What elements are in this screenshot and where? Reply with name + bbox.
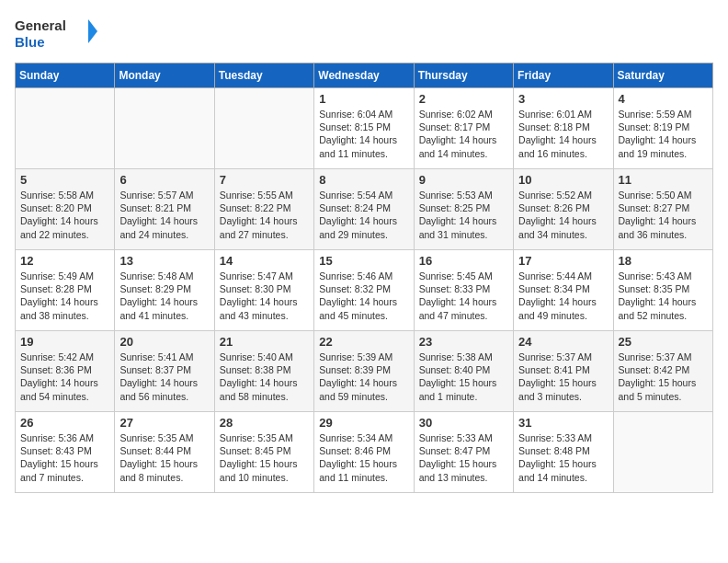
day-number: 14 <box>220 254 309 268</box>
day-info: Sunrise: 5:35 AM Sunset: 8:45 PM Dayligh… <box>220 431 309 484</box>
day-number: 4 <box>619 92 708 106</box>
header-tuesday: Tuesday <box>214 63 313 88</box>
day-info: Sunrise: 5:59 AM Sunset: 8:19 PM Dayligh… <box>619 108 708 160</box>
day-info: Sunrise: 5:37 AM Sunset: 8:42 PM Dayligh… <box>619 350 708 403</box>
day-info: Sunrise: 5:47 AM Sunset: 8:30 PM Dayligh… <box>220 270 309 322</box>
day-number: 9 <box>419 173 508 187</box>
calendar-cell: 6Sunrise: 5:57 AM Sunset: 8:21 PM Daylig… <box>115 169 214 250</box>
day-info: Sunrise: 5:50 AM Sunset: 8:27 PM Dayligh… <box>619 189 708 241</box>
day-number: 19 <box>20 335 109 349</box>
day-number: 20 <box>119 335 209 349</box>
week-row-5: 26Sunrise: 5:36 AM Sunset: 8:43 PM Dayli… <box>16 412 713 493</box>
calendar-cell: 28Sunrise: 5:35 AM Sunset: 8:45 PM Dayli… <box>214 412 313 493</box>
calendar-cell: 30Sunrise: 5:33 AM Sunset: 8:47 PM Dayli… <box>414 412 513 493</box>
calendar-cell <box>613 412 712 493</box>
header-saturday: Saturday <box>613 63 712 88</box>
week-row-3: 12Sunrise: 5:49 AM Sunset: 8:28 PM Dayli… <box>16 250 713 331</box>
day-info: Sunrise: 5:57 AM Sunset: 8:21 PM Dayligh… <box>119 189 209 241</box>
calendar-cell: 31Sunrise: 5:33 AM Sunset: 8:48 PM Dayli… <box>514 412 613 493</box>
calendar-table: SundayMondayTuesdayWednesdayThursdayFrid… <box>15 63 713 493</box>
calendar-cell: 22Sunrise: 5:39 AM Sunset: 8:39 PM Dayli… <box>314 331 414 412</box>
page-header: General Blue <box>15 15 713 52</box>
day-number: 8 <box>319 173 408 187</box>
calendar-cell: 14Sunrise: 5:47 AM Sunset: 8:30 PM Dayli… <box>214 250 313 331</box>
calendar-cell: 15Sunrise: 5:46 AM Sunset: 8:32 PM Dayli… <box>314 250 414 331</box>
header-monday: Monday <box>115 63 214 88</box>
day-number: 7 <box>220 173 309 187</box>
day-number: 30 <box>419 416 508 430</box>
day-info: Sunrise: 5:46 AM Sunset: 8:32 PM Dayligh… <box>319 270 408 322</box>
svg-text:Blue: Blue <box>15 34 45 50</box>
calendar-cell <box>214 88 313 169</box>
day-number: 16 <box>419 254 508 268</box>
day-info: Sunrise: 5:58 AM Sunset: 8:20 PM Dayligh… <box>20 189 109 241</box>
day-number: 12 <box>20 254 109 268</box>
day-number: 15 <box>319 254 408 268</box>
calendar-cell: 9Sunrise: 5:53 AM Sunset: 8:25 PM Daylig… <box>414 169 513 250</box>
day-info: Sunrise: 5:35 AM Sunset: 8:44 PM Dayligh… <box>119 431 209 484</box>
day-number: 24 <box>518 335 608 349</box>
day-number: 31 <box>518 416 608 430</box>
day-info: Sunrise: 5:39 AM Sunset: 8:39 PM Dayligh… <box>319 350 408 403</box>
day-number: 25 <box>619 335 708 349</box>
calendar-cell: 7Sunrise: 5:55 AM Sunset: 8:22 PM Daylig… <box>214 169 313 250</box>
day-info: Sunrise: 5:42 AM Sunset: 8:36 PM Dayligh… <box>20 350 109 403</box>
calendar-cell: 23Sunrise: 5:38 AM Sunset: 8:40 PM Dayli… <box>414 331 513 412</box>
day-info: Sunrise: 5:44 AM Sunset: 8:34 PM Dayligh… <box>518 270 608 322</box>
day-number: 13 <box>119 254 209 268</box>
day-info: Sunrise: 5:33 AM Sunset: 8:48 PM Dayligh… <box>518 431 608 484</box>
day-info: Sunrise: 6:01 AM Sunset: 8:18 PM Dayligh… <box>518 108 608 160</box>
day-info: Sunrise: 5:37 AM Sunset: 8:41 PM Dayligh… <box>518 350 608 403</box>
day-info: Sunrise: 5:33 AM Sunset: 8:47 PM Dayligh… <box>419 431 508 484</box>
day-info: Sunrise: 5:54 AM Sunset: 8:24 PM Dayligh… <box>319 189 408 241</box>
header-friday: Friday <box>514 63 613 88</box>
day-number: 27 <box>119 416 209 430</box>
week-row-4: 19Sunrise: 5:42 AM Sunset: 8:36 PM Dayli… <box>16 331 713 412</box>
calendar-cell: 11Sunrise: 5:50 AM Sunset: 8:27 PM Dayli… <box>613 169 712 250</box>
day-info: Sunrise: 5:38 AM Sunset: 8:40 PM Dayligh… <box>419 350 508 403</box>
calendar-cell <box>16 88 115 169</box>
calendar-cell: 24Sunrise: 5:37 AM Sunset: 8:41 PM Dayli… <box>514 331 613 412</box>
day-info: Sunrise: 5:40 AM Sunset: 8:38 PM Dayligh… <box>220 350 309 403</box>
day-info: Sunrise: 5:41 AM Sunset: 8:37 PM Dayligh… <box>119 350 209 403</box>
calendar-cell: 26Sunrise: 5:36 AM Sunset: 8:43 PM Dayli… <box>16 412 115 493</box>
day-number: 18 <box>619 254 708 268</box>
day-info: Sunrise: 5:52 AM Sunset: 8:26 PM Dayligh… <box>518 189 608 241</box>
logo-svg: General Blue <box>15 15 97 52</box>
calendar-cell: 3Sunrise: 6:01 AM Sunset: 8:18 PM Daylig… <box>514 88 613 169</box>
svg-text:General: General <box>15 17 66 33</box>
day-number: 21 <box>220 335 309 349</box>
day-info: Sunrise: 5:45 AM Sunset: 8:33 PM Dayligh… <box>419 270 508 322</box>
week-row-2: 5Sunrise: 5:58 AM Sunset: 8:20 PM Daylig… <box>16 169 713 250</box>
day-info: Sunrise: 6:02 AM Sunset: 8:17 PM Dayligh… <box>419 108 508 160</box>
calendar-cell: 21Sunrise: 5:40 AM Sunset: 8:38 PM Dayli… <box>214 331 313 412</box>
day-number: 10 <box>518 173 608 187</box>
week-row-1: 1Sunrise: 6:04 AM Sunset: 8:15 PM Daylig… <box>16 88 713 169</box>
header-wednesday: Wednesday <box>314 63 414 88</box>
day-number: 22 <box>319 335 408 349</box>
logo: General Blue <box>15 15 97 52</box>
day-number: 26 <box>20 416 109 430</box>
day-number: 2 <box>419 92 508 106</box>
day-info: Sunrise: 5:49 AM Sunset: 8:28 PM Dayligh… <box>20 270 109 322</box>
calendar-cell: 8Sunrise: 5:54 AM Sunset: 8:24 PM Daylig… <box>314 169 414 250</box>
day-number: 3 <box>518 92 608 106</box>
calendar-cell <box>115 88 214 169</box>
calendar-cell: 10Sunrise: 5:52 AM Sunset: 8:26 PM Dayli… <box>514 169 613 250</box>
day-number: 28 <box>220 416 309 430</box>
day-number: 5 <box>20 173 109 187</box>
day-info: Sunrise: 5:43 AM Sunset: 8:35 PM Dayligh… <box>619 270 708 322</box>
day-number: 17 <box>518 254 608 268</box>
day-info: Sunrise: 5:53 AM Sunset: 8:25 PM Dayligh… <box>419 189 508 241</box>
calendar-cell: 20Sunrise: 5:41 AM Sunset: 8:37 PM Dayli… <box>115 331 214 412</box>
day-number: 6 <box>119 173 209 187</box>
calendar-cell: 1Sunrise: 6:04 AM Sunset: 8:15 PM Daylig… <box>314 88 414 169</box>
calendar-cell: 12Sunrise: 5:49 AM Sunset: 8:28 PM Dayli… <box>16 250 115 331</box>
header-sunday: Sunday <box>16 63 115 88</box>
calendar-cell: 5Sunrise: 5:58 AM Sunset: 8:20 PM Daylig… <box>16 169 115 250</box>
day-info: Sunrise: 6:04 AM Sunset: 8:15 PM Dayligh… <box>319 108 408 160</box>
calendar-cell: 25Sunrise: 5:37 AM Sunset: 8:42 PM Dayli… <box>613 331 712 412</box>
calendar-cell: 29Sunrise: 5:34 AM Sunset: 8:46 PM Dayli… <box>314 412 414 493</box>
calendar-cell: 18Sunrise: 5:43 AM Sunset: 8:35 PM Dayli… <box>613 250 712 331</box>
day-info: Sunrise: 5:36 AM Sunset: 8:43 PM Dayligh… <box>20 431 109 484</box>
